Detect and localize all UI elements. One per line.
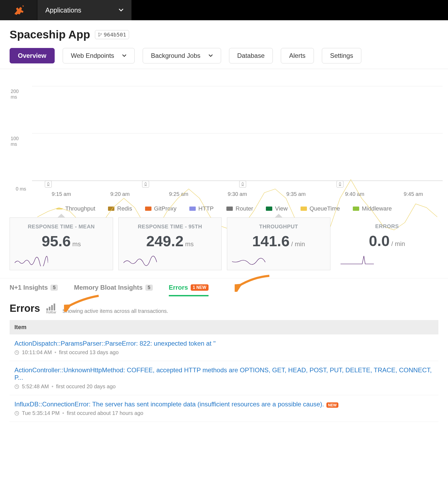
sparkline xyxy=(15,253,48,266)
legend-label: HTTP xyxy=(198,205,214,212)
errors-title: Errors xyxy=(10,303,40,314)
legend-label: QueueTime xyxy=(310,205,340,212)
svg-point-2 xyxy=(101,33,102,34)
legend-swatch xyxy=(266,207,272,211)
error-link[interactable]: ActionDispatch::ParamsParser::ParseError… xyxy=(14,340,216,347)
logo[interactable] xyxy=(0,0,37,20)
legend-swatch xyxy=(56,208,63,209)
x-tick-label: 9:25 am xyxy=(149,191,208,197)
stat-card[interactable]: THROUGHPUT141.6/ min xyxy=(227,217,330,270)
chart-plot-area[interactable] xyxy=(32,77,443,181)
commit-badge[interactable]: 964b501 xyxy=(95,30,129,39)
stat-card[interactable]: RESPONSE TIME - 95TH249.2ms xyxy=(118,217,222,270)
error-meta: 10:11:04 AM•first occured 13 days ago xyxy=(14,349,434,355)
legend-label: Throughput xyxy=(65,205,95,212)
legend-item[interactable]: Throughput xyxy=(56,205,95,212)
rollbar-icon: Rollbar xyxy=(45,304,58,314)
stat-card[interactable]: ERRORS0.0/ min xyxy=(336,217,439,270)
x-tick-label: 9:45 am xyxy=(384,191,443,197)
legend-item[interactable]: HTTP xyxy=(189,205,214,212)
nav-tabs: Overview Web Endpoints Background Jobs D… xyxy=(10,48,438,63)
x-tick-label: 9:20 am xyxy=(91,191,149,197)
error-link[interactable]: InfluxDB::ConnectionError: The server ha… xyxy=(14,401,324,408)
stat-value: 249.2 xyxy=(146,233,183,249)
commit-hash: 964b501 xyxy=(104,31,126,38)
background-jobs-dropdown[interactable]: Background Jobs xyxy=(143,48,221,63)
deploy-marker-icon[interactable] xyxy=(239,181,246,188)
legend-label: Router xyxy=(235,205,253,212)
deploy-marker-icon[interactable] xyxy=(337,181,343,188)
page-header: Spaceship App 964b501 Overview Web Endpo… xyxy=(0,20,448,69)
sparkline xyxy=(123,253,157,266)
deploy-marker-icon[interactable] xyxy=(142,181,149,188)
error-first-occurred: first occured about 17 hours ago xyxy=(67,410,143,416)
settings-button[interactable]: Settings xyxy=(322,48,362,63)
legend-item[interactable]: Middleware xyxy=(353,205,392,212)
x-tick-label: 9:30 am xyxy=(208,191,267,197)
svg-rect-4 xyxy=(49,307,50,310)
tab-errors[interactable]: Errors 1 NEW xyxy=(169,284,209,296)
error-row: InfluxDB::ConnectionError: The server ha… xyxy=(10,395,438,422)
tab-memory-bloat[interactable]: Memory Bloat Insights 5 xyxy=(74,284,153,296)
y-axis: 0 ms100 ms200 ms xyxy=(11,77,29,189)
legend-swatch xyxy=(108,207,114,211)
stat-unit: ms xyxy=(72,240,81,248)
count-badge: 5 xyxy=(50,285,58,291)
error-meta: 5:52:48 AM•first occured 20 days ago xyxy=(14,383,434,390)
response-time-chart: 0 ms100 ms200 ms 9:15 am9:20 am9:25 am9:… xyxy=(0,69,448,217)
new-badge: NEW xyxy=(326,402,338,408)
error-time: 5:52:48 AM xyxy=(22,383,49,390)
error-first-occurred: first occured 13 days ago xyxy=(59,349,118,355)
legend-item[interactable]: GitProxy xyxy=(145,205,177,212)
deploy-marker-icon[interactable] xyxy=(45,181,52,188)
legend-item[interactable]: Redis xyxy=(108,205,132,212)
error-row: ActionDispatch::ParamsParser::ParseError… xyxy=(10,334,438,361)
y-tick-label: 200 ms xyxy=(11,89,26,100)
git-branch-icon xyxy=(98,33,102,37)
overview-button[interactable]: Overview xyxy=(10,48,55,63)
legend-item[interactable]: View xyxy=(266,205,287,212)
legend-item[interactable]: Router xyxy=(226,205,253,212)
error-meta: Tue 5:35:14 PM•first occured about 17 ho… xyxy=(14,410,434,416)
sparkline xyxy=(341,253,374,266)
applications-dropdown[interactable]: Applications xyxy=(37,0,132,20)
count-badge: 5 xyxy=(145,285,153,291)
alerts-button[interactable]: Alerts xyxy=(281,48,314,63)
clock-icon xyxy=(14,384,19,389)
web-endpoints-dropdown[interactable]: Web Endpoints xyxy=(63,48,135,63)
database-button[interactable]: Database xyxy=(229,48,273,63)
legend-swatch xyxy=(353,207,359,211)
stat-value: 0.0 xyxy=(369,232,390,249)
error-time: 10:11:04 AM xyxy=(22,349,52,355)
x-tick-label: 9:40 am xyxy=(325,191,384,197)
insights-tabs: N+1 Insights 5 Memory Bloat Insights 5 E… xyxy=(0,278,448,296)
stat-unit: / min xyxy=(291,240,305,248)
x-axis: 9:15 am9:20 am9:25 am9:30 am9:35 am9:40 … xyxy=(16,191,443,197)
applications-label: Applications xyxy=(45,6,81,14)
svg-rect-6 xyxy=(54,304,55,310)
legend-label: View xyxy=(275,205,287,212)
tab-nplus1[interactable]: N+1 Insights 5 xyxy=(10,284,58,296)
x-tick-label: 9:15 am xyxy=(32,191,91,197)
errors-subtitle: Showing active items across all transact… xyxy=(62,308,168,314)
error-first-occurred: first occured 20 days ago xyxy=(56,383,115,390)
stat-title: RESPONSE TIME - MEAN xyxy=(15,224,108,230)
y-tick-label: 100 ms xyxy=(11,136,26,147)
error-row: ActionController::UnknownHttpMethod: COF… xyxy=(10,361,438,395)
legend-swatch xyxy=(145,207,151,211)
legend-label: Middleware xyxy=(362,205,392,212)
y-tick-label: 0 ms xyxy=(16,186,26,192)
clock-icon xyxy=(14,350,19,355)
legend-label: GitProxy xyxy=(154,205,177,212)
stat-title: ERRORS xyxy=(341,223,434,229)
chevron-down-icon xyxy=(209,54,213,58)
stat-title: THROUGHPUT xyxy=(232,224,325,230)
stat-cards-row: RESPONSE TIME - MEAN95.6msRESPONSE TIME … xyxy=(0,217,448,278)
stat-card[interactable]: RESPONSE TIME - MEAN95.6ms xyxy=(10,217,113,270)
error-link[interactable]: ActionController::UnknownHttpMethod: COF… xyxy=(14,366,432,381)
stat-unit: / min xyxy=(391,240,405,247)
new-badge: 1 NEW xyxy=(191,284,209,291)
legend-item[interactable]: QueueTime xyxy=(301,205,340,212)
chevron-down-icon xyxy=(119,8,123,13)
clock-icon xyxy=(14,411,19,416)
